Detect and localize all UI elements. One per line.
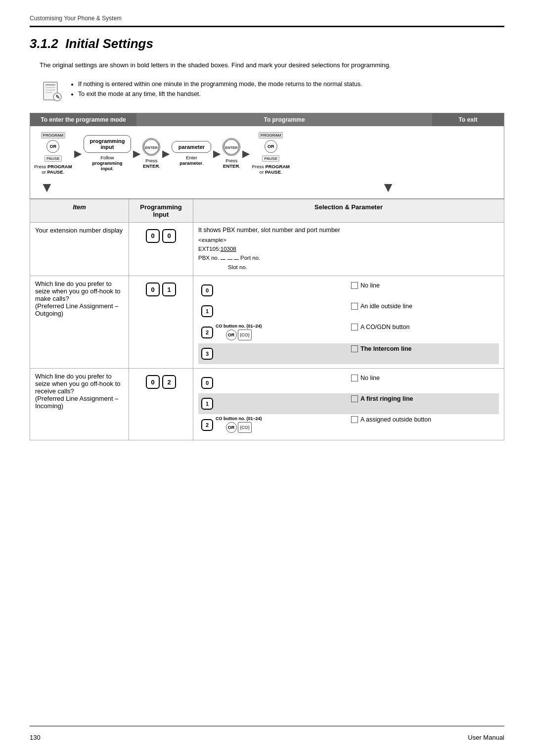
- intro-text: The original settings are shown in bold …: [40, 60, 504, 70]
- checkbox: [351, 345, 358, 352]
- diag-step1: PROGRAM OR PAUSE Press PROGRAMor PAUSE.: [34, 132, 72, 175]
- note-box: ✎ If nothing is entered within one minut…: [40, 79, 504, 103]
- note-icon: ✎: [40, 79, 63, 103]
- diag-header-programme: To programme: [136, 113, 432, 126]
- down-arrow-left: ▼: [40, 181, 54, 194]
- svg-rect-3: [45, 90, 55, 91]
- table-row: Which line do you prefer to seize when y…: [30, 276, 504, 369]
- note-text: If nothing is entered within one minute …: [70, 79, 362, 99]
- footer: 130 User Manual: [30, 734, 504, 741]
- breadcrumb: Customising Your Phone & System: [30, 15, 504, 22]
- top-rule: [30, 26, 504, 27]
- row3-item: Which line do you prefer to seize when y…: [30, 369, 129, 440]
- manual-label: User Manual: [468, 734, 504, 741]
- checkbox: [351, 395, 358, 402]
- svg-text:ENTER: ENTER: [145, 145, 158, 149]
- svg-rect-2: [45, 87, 55, 88]
- diag-arrow5: ▶: [242, 147, 250, 159]
- footer-rule: [30, 726, 504, 726]
- section-title: 3.1.2 Initial Settings: [30, 36, 504, 51]
- svg-text:✎: ✎: [55, 94, 60, 100]
- diag-arrow3: ▶: [162, 147, 170, 159]
- page-number: 130: [30, 734, 41, 741]
- table-row: Your extension number display 0 0 It sho…: [30, 222, 504, 276]
- row3-keys: 0 2: [129, 369, 193, 440]
- checkbox: [351, 324, 358, 331]
- down-arrow-right: ▼: [381, 181, 395, 194]
- diag-step2: programminginput Followprogramminginput.: [84, 135, 132, 171]
- row1-selection: It shows PBX number, slot number and por…: [193, 222, 504, 276]
- svg-rect-1: [45, 84, 55, 86]
- th-programming: ProgrammingInput: [129, 199, 193, 222]
- svg-rect-4: [45, 92, 52, 93]
- row1-item: Your extension number display: [30, 222, 129, 276]
- programme-diagram: To enter the programme mode To programme…: [30, 113, 504, 199]
- checkbox: [351, 375, 358, 381]
- row2-selection: 0 No line: [193, 276, 504, 369]
- diag-header-exit: To exit: [432, 113, 504, 126]
- diag-arrow4: ▶: [213, 147, 221, 159]
- diag-step3: ENTER PressENTER.: [142, 138, 160, 169]
- diag-step5: ENTER PressENTER.: [222, 138, 240, 169]
- row2-keys: 0 1: [129, 276, 193, 369]
- diag-step6: PROGRAM OR PAUSE Press PROGRAMor PAUSE.: [252, 132, 290, 175]
- th-item: Item: [30, 199, 129, 222]
- diag-arrow1: ▶: [74, 147, 82, 159]
- row1-keys: 0 0: [129, 222, 193, 276]
- row3-selection: 0 No line: [193, 369, 504, 440]
- main-table: Item ProgrammingInput Selection & Parame…: [30, 199, 504, 441]
- diag-header-enter: To enter the programme mode: [30, 113, 136, 126]
- th-selection: Selection & Parameter: [193, 199, 504, 222]
- diag-step4: parameter Enterparameter.: [172, 141, 211, 166]
- checkbox: [351, 303, 358, 310]
- checkbox: [351, 282, 358, 289]
- row2-item: Which line do you prefer to seize when y…: [30, 276, 129, 369]
- svg-text:ENTER: ENTER: [225, 145, 238, 149]
- table-row: Which line do you prefer to seize when y…: [30, 369, 504, 440]
- diag-arrow2: ▶: [133, 147, 140, 159]
- checkbox: [351, 416, 358, 423]
